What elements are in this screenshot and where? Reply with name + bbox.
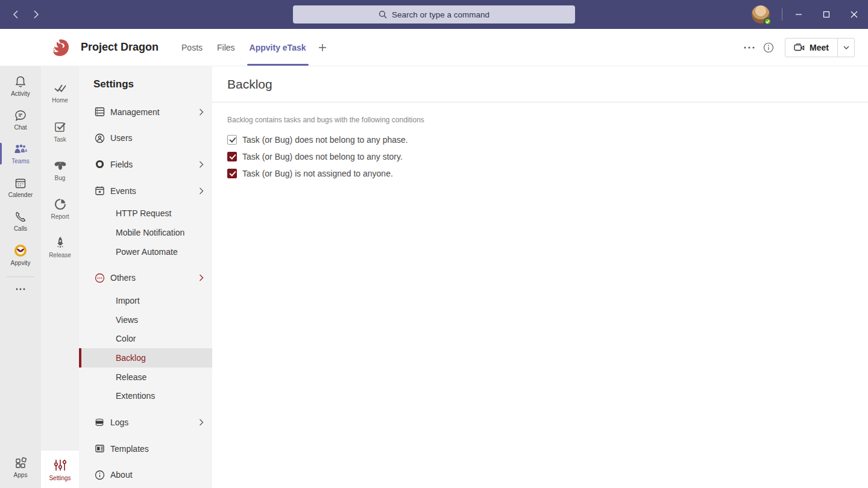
sidebar-label: Appvity	[11, 260, 31, 266]
settings-item-templates[interactable]: Templates	[79, 436, 212, 462]
templates-icon	[94, 443, 105, 454]
channel-tabs: Posts Files Appvity eTask	[174, 29, 326, 66]
sidebar-label: Calender	[8, 192, 33, 198]
settings-item-others[interactable]: Others	[79, 264, 212, 291]
more-options-button[interactable]	[744, 46, 755, 49]
sliders-icon	[53, 458, 68, 472]
meet-button[interactable]: Meet	[785, 39, 837, 57]
settings-item-management[interactable]: Management	[79, 99, 212, 125]
settings-item-fields[interactable]: Fields	[79, 151, 212, 178]
settings-content: Backlog Backlog contains tasks and bugs …	[212, 66, 868, 488]
logs-icon: LOG	[94, 418, 105, 427]
condition-row-assigned: Task (or Bug) is not assigned to anyone.	[227, 165, 868, 182]
module-item-settings[interactable]: Settings	[41, 451, 79, 488]
module-item-report[interactable]: Report	[41, 189, 79, 228]
sidebar-label: Chat	[14, 124, 27, 131]
minimize-button[interactable]	[785, 0, 813, 29]
plus-icon	[318, 43, 327, 52]
maximize-button[interactable]	[813, 0, 840, 29]
chevron-down-icon	[843, 46, 849, 49]
phone-icon	[14, 210, 27, 224]
task-check-icon	[54, 120, 67, 134]
search-input[interactable]: Search or type a command	[293, 5, 575, 23]
chevron-right-icon	[199, 419, 204, 426]
settings-item-logs[interactable]: LOG Logs	[79, 409, 212, 436]
management-icon	[94, 107, 105, 117]
sidebar-label: Calls	[14, 225, 27, 232]
module-item-task[interactable]: Task	[41, 112, 79, 151]
chevron-right-icon	[33, 10, 39, 19]
settings-item-import[interactable]: Import	[79, 291, 212, 310]
backlog-description: Backlog contains tasks and bugs with the…	[227, 116, 868, 124]
chevron-right-icon	[199, 187, 204, 195]
forward-button[interactable]	[30, 8, 42, 20]
chevron-left-icon	[13, 10, 19, 19]
channel-info-button[interactable]	[763, 42, 774, 53]
others-icon	[94, 273, 105, 283]
settings-item-power-automate[interactable]: Power Automate	[79, 242, 212, 261]
meet-dropdown-button[interactable]	[837, 39, 854, 57]
close-button[interactable]	[840, 0, 868, 29]
sidebar-more-apps-button[interactable]	[16, 282, 25, 296]
etask-module-rail: Home Task Bug Report Release Settings	[41, 66, 79, 488]
pie-chart-icon	[54, 198, 67, 211]
sidebar-item-activity[interactable]: Activity	[0, 69, 41, 103]
sidebar-item-appvity[interactable]: Appvity	[0, 238, 41, 272]
settings-nav-panel: Settings Management Users Fields Events …	[79, 66, 212, 488]
meet-split-button: Meet	[785, 38, 855, 57]
user-avatar[interactable]	[752, 5, 770, 23]
sidebar-item-apps[interactable]: Apps	[0, 451, 41, 484]
bug-icon	[53, 159, 68, 172]
settings-item-backlog[interactable]: Backlog	[79, 348, 212, 368]
team-logo-dragon-icon	[51, 38, 70, 57]
settings-item-http-request[interactable]: HTTP Request	[79, 204, 212, 223]
module-label: Settings	[49, 475, 71, 481]
checkbox-phase[interactable]	[227, 135, 237, 145]
condition-row-phase: Task (or Bug) does not belong to any pha…	[227, 131, 868, 148]
sidebar-item-calendar[interactable]: Calender	[0, 170, 41, 204]
search-placeholder: Search or type a command	[392, 10, 489, 19]
sidebar-item-calls[interactable]: Calls	[0, 204, 41, 238]
settings-item-release[interactable]: Release	[79, 368, 212, 387]
settings-item-color[interactable]: Color	[79, 329, 212, 348]
tab-posts[interactable]: Posts	[174, 29, 210, 66]
add-tab-button[interactable]	[318, 43, 327, 52]
bell-icon	[14, 75, 27, 89]
checkbox-assigned[interactable]	[227, 169, 237, 178]
settings-item-mobile-notification[interactable]: Mobile Notification	[79, 223, 212, 242]
sidebar-divider	[7, 277, 34, 277]
info-icon	[763, 42, 774, 53]
close-icon	[851, 11, 858, 18]
apps-icon	[14, 457, 27, 470]
sidebar-item-chat[interactable]: Chat	[0, 103, 41, 137]
settings-item-views[interactable]: Views	[79, 310, 212, 330]
settings-item-extentions[interactable]: Extentions	[79, 387, 212, 406]
team-name: Project Dragon	[81, 41, 159, 54]
module-label: Home	[52, 97, 68, 104]
condition-row-story: Task (or Bug) does not belong to any sto…	[227, 148, 868, 165]
module-item-bug[interactable]: Bug	[41, 151, 79, 189]
svg-text:LOG: LOG	[97, 421, 102, 424]
about-icon	[94, 470, 105, 480]
back-button[interactable]	[10, 8, 22, 20]
settings-item-about[interactable]: About	[79, 461, 212, 488]
page-title: Backlog	[227, 77, 272, 92]
settings-item-users[interactable]: Users	[79, 125, 212, 152]
chevron-right-icon	[199, 161, 204, 168]
sidebar-label: Apps	[14, 472, 28, 478]
meet-label: Meet	[810, 43, 829, 52]
minimize-icon	[795, 11, 802, 18]
sidebar-item-teams[interactable]: Teams	[0, 137, 41, 170]
tab-appvity-etask[interactable]: Appvity eTask	[242, 29, 313, 66]
settings-item-events[interactable]: Events	[79, 178, 212, 204]
module-label: Task	[54, 136, 66, 143]
rocket-icon	[54, 236, 66, 249]
checkbox-story[interactable]	[227, 152, 237, 161]
teams-icon	[13, 143, 28, 156]
module-item-home[interactable]: Home	[41, 74, 79, 112]
home-checks-icon	[53, 83, 68, 95]
title-bar: Search or type a command	[0, 0, 868, 29]
chevron-right-icon	[199, 108, 204, 116]
module-item-release[interactable]: Release	[41, 228, 79, 266]
tab-files[interactable]: Files	[210, 29, 242, 66]
